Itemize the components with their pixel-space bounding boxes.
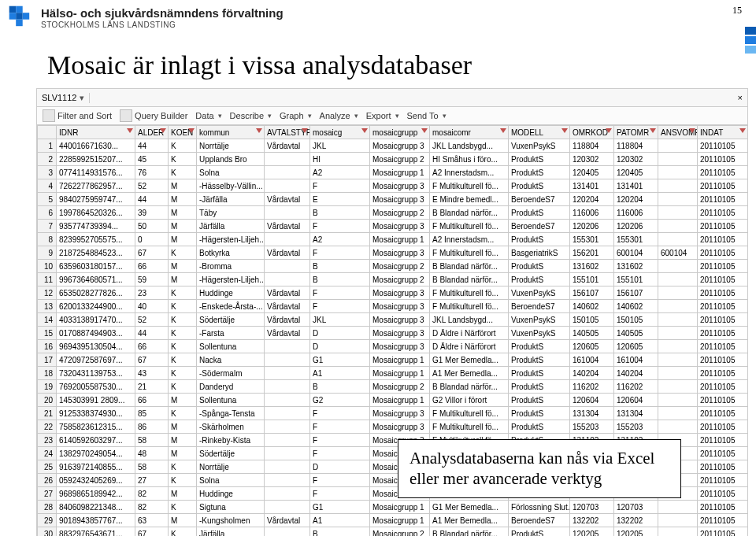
- cell: G1: [310, 353, 370, 367]
- col-header[interactable]: mosaicgrupp: [370, 126, 430, 139]
- cell: 155101: [614, 273, 658, 286]
- row-number: 12: [38, 286, 57, 300]
- table-row[interactable]: 30774114931576...76KSolnaA2Mosaicgrupp 1…: [38, 166, 757, 179]
- cell: 20110105: [698, 273, 748, 286]
- cell: 20110105: [698, 460, 748, 474]
- filter-sort-button[interactable]: Filter and Sort: [40, 109, 114, 122]
- cell: 155101: [570, 273, 614, 286]
- table-row[interactable]: 47262277862957...52M-Hässelby-Vällin...F…: [38, 179, 757, 193]
- cell: 67: [135, 353, 169, 367]
- analyze-menu[interactable]: Analyze: [317, 111, 361, 120]
- cell: -Skärholmen: [197, 420, 265, 434]
- cell: Huddinge: [197, 286, 265, 300]
- cell: 120205: [570, 527, 614, 537]
- col-header[interactable]: mosaicomr: [430, 126, 509, 139]
- cell: K: [169, 286, 197, 300]
- col-header[interactable]: OMRKOD: [570, 126, 614, 139]
- sheet-tab[interactable]: SLV1112: [37, 93, 90, 103]
- col-header[interactable]: IDNR: [57, 126, 135, 139]
- cell: F Multikulturell fö...: [430, 246, 509, 260]
- cell: ProduktS: [509, 273, 570, 286]
- cell: 20110105: [698, 300, 748, 313]
- cell: 120302: [570, 153, 614, 166]
- table-row[interactable]: 88239952705575...0M-Hägersten-Liljeh...A…: [38, 233, 757, 246]
- col-header[interactable]: kommun: [197, 126, 265, 139]
- row-number: 22: [38, 420, 57, 434]
- cell: [265, 501, 310, 514]
- col-header[interactable]: ALDER: [135, 126, 169, 139]
- table-row[interactable]: 174720972587697...67KNackaG1Mosaicgrupp …: [38, 353, 757, 367]
- cell: 20110105: [698, 260, 748, 273]
- row-number: 16: [38, 340, 57, 353]
- table-row[interactable]: 219125338374930...85K-Spånga-TenstaFMosa…: [38, 407, 757, 420]
- table-row[interactable]: 106359603180157...66M-BrommaBMosaicgrupp…: [38, 260, 757, 273]
- cell: ProduktS: [509, 153, 570, 166]
- cell: Mosaicgrupp 3: [370, 139, 430, 153]
- table-row[interactable]: 227585823612315...86M-SkärholmenFMosaicg…: [38, 420, 757, 434]
- cell: 131401: [570, 179, 614, 193]
- col-header[interactable]: mosaicg: [310, 126, 370, 139]
- cell: Mosaicgrupp 3: [370, 300, 430, 313]
- cell: 120204: [614, 193, 658, 206]
- table-row[interactable]: 308832976543671...67KJärfällaBMosaicgrup…: [38, 527, 757, 537]
- cell: Mosaicgrupp 2: [370, 527, 430, 537]
- describe-menu[interactable]: Describe: [228, 111, 274, 120]
- row-number: 1: [38, 139, 57, 153]
- cell: K: [169, 474, 197, 487]
- cell: [658, 286, 698, 300]
- send-to-menu[interactable]: Send To: [405, 111, 449, 120]
- col-header[interactable]: [38, 126, 57, 139]
- cell: JKL Landsbygd...: [430, 313, 509, 327]
- table-row[interactable]: 22285992515207...45KUpplands BroHIMosaic…: [38, 153, 757, 166]
- cell: 7692005587530...: [57, 380, 135, 394]
- table-row[interactable]: 150170887494903...44K-FarstaVårdavtalDMo…: [38, 327, 757, 340]
- cell: 20110105: [698, 407, 748, 420]
- cell: 40: [135, 300, 169, 313]
- table-row[interactable]: 187320431139753...43K-SödermalmA1Mosaicg…: [38, 367, 757, 380]
- query-builder-button[interactable]: Query Builder: [117, 109, 190, 122]
- data-menu[interactable]: Data: [193, 111, 224, 120]
- cell: [658, 380, 698, 394]
- cell: 7262277862957...: [57, 179, 135, 193]
- table-row[interactable]: 20145303991 2809...66MSollentunaG2Mosaic…: [38, 394, 757, 407]
- cell: 44: [135, 327, 169, 340]
- cell: 20110105: [698, 527, 748, 537]
- col-header[interactable]: MODELL: [509, 126, 570, 139]
- cell: 7585823612315...: [57, 420, 135, 434]
- table-row[interactable]: 61997864520326...39MTäbyBMosaicgrupp 2B …: [38, 206, 757, 220]
- table-row[interactable]: 136200133244900...40K-Enskede-Årsta-...V…: [38, 300, 757, 313]
- col-header[interactable]: PATOMR: [614, 126, 658, 139]
- table-row[interactable]: 197692005587530...21KDanderydBMosaicgrup…: [38, 380, 757, 394]
- table-row[interactable]: 126535028277826...23KHuddingeVårdavtalFM…: [38, 286, 757, 300]
- table-row[interactable]: 119967364680571...59M-Hägersten-Liljeh..…: [38, 273, 757, 286]
- col-header[interactable]: KOEN: [169, 126, 197, 139]
- cell: 59: [135, 273, 169, 286]
- table-row[interactable]: 7935774739394...50MJärfällaVårdavtalFMos…: [38, 220, 757, 233]
- cell: 120302: [614, 153, 658, 166]
- row-number: 29: [38, 514, 57, 527]
- cell: M: [169, 434, 197, 447]
- cell: 20110105: [698, 501, 748, 514]
- table-row[interactable]: 169694395130504...66KSollentunaDMosaicgr…: [38, 340, 757, 353]
- cell: Mosaicgrupp 2: [370, 260, 430, 273]
- table-row[interactable]: 288406098221348...82KSigtunaG1Mosaicgrup…: [38, 501, 757, 514]
- callout-box: Analysdatabaserna kan nås via Excel elle…: [398, 439, 681, 498]
- cell: 1382970249054...: [57, 447, 135, 460]
- table-row[interactable]: 1440016671630...44KNorrtäljeVårdavtalJKL…: [38, 139, 757, 153]
- table-row[interactable]: 59840275959747...44M-JärfällaVårdavtalEM…: [38, 193, 757, 206]
- row-number: 26: [38, 474, 57, 487]
- col-header[interactable]: ANSVOMR: [658, 126, 698, 139]
- export-menu[interactable]: Export: [364, 111, 402, 120]
- close-icon[interactable]: ×: [733, 93, 747, 102]
- graph-menu[interactable]: Graph: [277, 111, 314, 120]
- table-row[interactable]: 299018943857767...63M-KungsholmenVårdavt…: [38, 514, 757, 527]
- col-header[interactable]: INDAT: [698, 126, 748, 139]
- cell: [658, 340, 698, 353]
- cell: 150105: [570, 313, 614, 327]
- col-header[interactable]: AVTALSTYP: [265, 126, 310, 139]
- table-row[interactable]: 144033138917470...52KSödertäljeVårdavtal…: [38, 313, 757, 327]
- cell: 161004: [614, 353, 658, 367]
- cell: Förlossning Slut...: [509, 501, 570, 514]
- table-row[interactable]: 92187254884523...67KBotkyrkaVårdavtalFMo…: [38, 246, 757, 260]
- cell: F: [310, 179, 370, 193]
